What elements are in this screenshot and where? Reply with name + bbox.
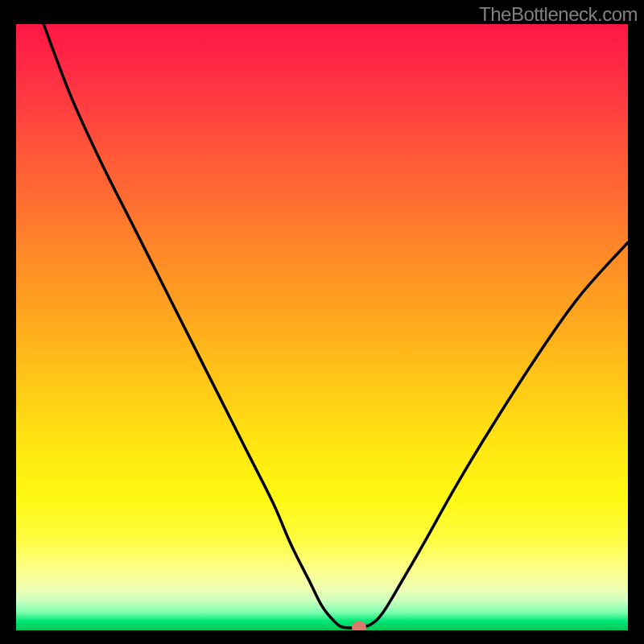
optimal-point-marker [352,621,366,630]
bottleneck-curve [16,24,628,630]
plot-area [16,24,628,630]
attribution-text: TheBottleneck.com [479,3,638,26]
